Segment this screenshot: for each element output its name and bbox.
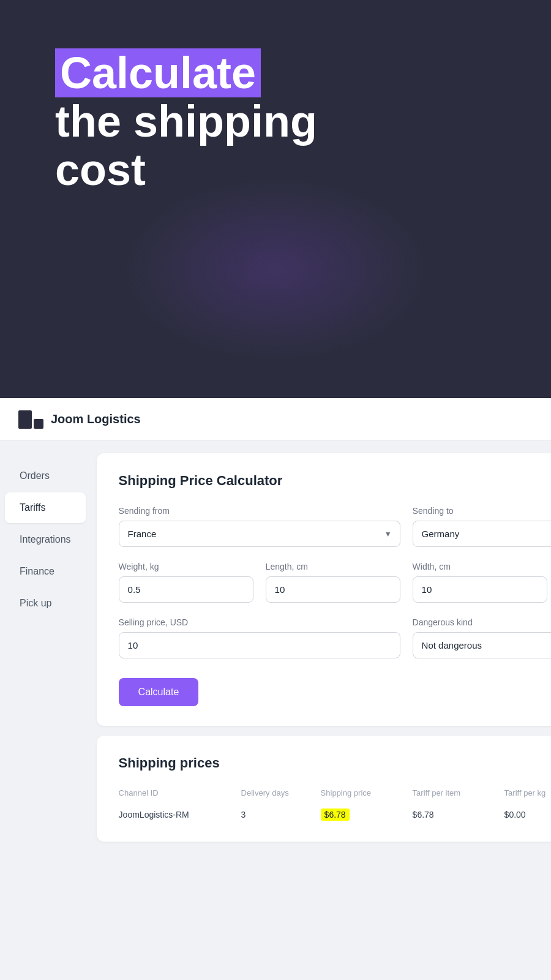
dangerous-kind-label: Dangerous kind <box>413 617 551 627</box>
calculate-button[interactable]: Calculate <box>119 678 199 706</box>
col-header-shipping-price: Shipping price <box>321 788 413 797</box>
sending-from-label: Sending from <box>119 506 400 516</box>
shipping-prices-title: Shipping prices <box>119 755 551 771</box>
selling-price-group: Selling price, USD <box>119 617 400 658</box>
sending-from-select-wrapper: France Germany Spain Italy ▼ <box>119 521 400 547</box>
sending-from-select[interactable]: France Germany Spain Italy <box>119 521 400 547</box>
calculator-title: Shipping Price Calculator <box>119 473 551 489</box>
col-header-channel-id: Channel ID <box>119 788 241 797</box>
width-label: Width, cm <box>413 562 547 571</box>
length-group: Length, cm <box>266 562 400 603</box>
cell-channel-id: JoomLogistics-RM <box>119 810 241 820</box>
hero-section: Calculate the shippingcost <box>0 0 551 398</box>
sending-to-group: Sending to Germany France Spain Italy ▼ <box>413 506 551 547</box>
shipping-price-highlight: $6.78 <box>321 809 350 821</box>
length-label: Length, cm <box>266 562 400 571</box>
main-layout: Orders Tariffs Integrations Finance Pick… <box>0 441 551 980</box>
selling-price-input[interactable] <box>119 632 400 658</box>
hero-highlight: Calculate <box>55 48 261 97</box>
cell-tariff-item: $6.78 <box>413 810 504 820</box>
hero-title: Calculate the shippingcost <box>55 49 317 195</box>
sidebar: Orders Tariffs Integrations Finance Pick… <box>0 441 91 980</box>
cell-delivery-days: 3 <box>241 810 321 820</box>
weight-input[interactable] <box>119 576 253 603</box>
logo-square-large <box>18 410 32 429</box>
sending-to-label: Sending to <box>413 506 551 516</box>
sending-to-select-wrapper: Germany France Spain Italy ▼ <box>413 521 551 547</box>
col-header-tariff-kg: Tariff per kg <box>504 788 551 797</box>
logo: Joom Logistics <box>18 410 141 429</box>
sending-to-select[interactable]: Germany France Spain Italy <box>413 521 551 547</box>
price-row: Selling price, USD Dangerous kind Not da… <box>119 617 551 658</box>
dangerous-kind-select-wrapper: Not dangerous Dangerous ▼ <box>413 632 551 658</box>
dimensions-row: Weight, kg Length, cm Width, cm Height, … <box>119 562 551 603</box>
hero-subtitle: the shippingcost <box>55 97 317 194</box>
sidebar-item-finance[interactable]: Finance <box>5 556 86 587</box>
cell-tariff-kg: $0.00 <box>504 810 551 820</box>
sidebar-item-tariffs[interactable]: Tariffs <box>5 492 86 523</box>
sending-from-group: Sending from France Germany Spain Italy … <box>119 506 400 547</box>
cell-shipping-price: $6.78 <box>321 810 413 820</box>
dangerous-kind-group: Dangerous kind Not dangerous Dangerous ▼ <box>413 617 551 658</box>
length-input[interactable] <box>266 576 400 603</box>
table-header: Channel ID Delivery days Shipping price … <box>119 788 551 802</box>
logo-text: Joom Logistics <box>51 412 141 426</box>
weight-group: Weight, kg <box>119 562 253 603</box>
sending-row: Sending from France Germany Spain Italy … <box>119 506 551 547</box>
width-input[interactable] <box>413 576 547 603</box>
calculator-card: Shipping Price Calculator Sending from F… <box>97 453 551 726</box>
app-bar: Joom Logistics <box>0 398 551 441</box>
table-row: JoomLogistics-RM 3 $6.78 $6.78 $0.00 <box>119 807 551 822</box>
sidebar-item-pickup[interactable]: Pick up <box>5 588 86 619</box>
weight-label: Weight, kg <box>119 562 253 571</box>
width-group: Width, cm <box>413 562 547 603</box>
dangerous-kind-select[interactable]: Not dangerous Dangerous <box>413 632 551 658</box>
content-area: Shipping Price Calculator Sending from F… <box>91 441 551 980</box>
sidebar-item-integrations[interactable]: Integrations <box>5 524 86 555</box>
logo-square-small <box>34 419 43 429</box>
logo-icon <box>18 410 43 429</box>
shipping-prices-card: Shipping prices Channel ID Delivery days… <box>97 736 551 842</box>
col-header-delivery-days: Delivery days <box>241 788 321 797</box>
sidebar-item-orders[interactable]: Orders <box>5 461 86 491</box>
col-header-tariff-item: Tariff per item <box>413 788 504 797</box>
selling-price-label: Selling price, USD <box>119 617 400 627</box>
